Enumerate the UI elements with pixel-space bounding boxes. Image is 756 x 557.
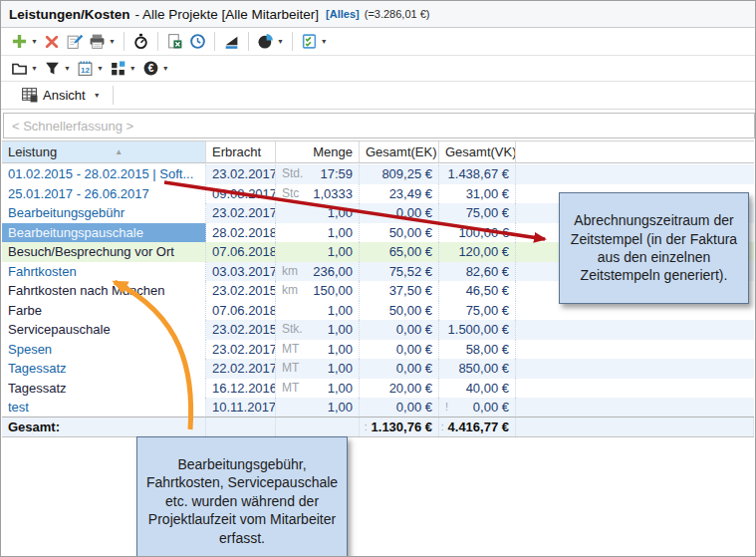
table-row[interactable]: 01.02.2015 - 28.02.2015 | Soft...23.02.2… — [2, 164, 754, 184]
chevron-down-icon[interactable]: ▼ — [277, 38, 284, 45]
chevron-down-icon[interactable]: ▼ — [97, 65, 104, 72]
cell-gesamt-vk: 850,00 € — [439, 359, 516, 379]
clock-icon — [189, 33, 206, 50]
unit-label: km — [282, 262, 298, 282]
chevron-down-icon[interactable]: ▼ — [321, 38, 328, 45]
cell-erbracht: 28.02.2018 — [206, 223, 276, 243]
cell-leistung: 25.01.2017 - 26.06.2017 — [2, 184, 206, 204]
unit-label: MT — [282, 359, 299, 379]
svg-text:€: € — [147, 63, 153, 74]
excel-export-button[interactable] — [163, 30, 186, 54]
delete-button[interactable] — [41, 30, 63, 54]
edit-icon — [66, 33, 83, 50]
cell-leistung: Fahrtkosten nach München — [2, 281, 206, 301]
cell-menge: MT1,00 — [276, 340, 360, 360]
pie-chart-button[interactable]: ▼ — [254, 30, 287, 54]
title-total-amount: (=3.286,01 €) — [365, 8, 430, 20]
toolbar-separator — [248, 32, 249, 51]
unit-label: km — [282, 281, 298, 301]
chevron-down-icon[interactable]: ▼ — [109, 38, 116, 45]
cell-gesamt-ek: 0,00 € — [360, 340, 439, 360]
cell-gesamt-vk: 82,60 € — [439, 262, 516, 282]
cell-gesamt-vk: 31,00 € — [439, 184, 516, 204]
title-bar: Leistungen/Kosten - Alle Projekte [Alle … — [1, 1, 755, 28]
svg-text:12: 12 — [81, 66, 90, 75]
table-row[interactable]: test10.11.20171,000,00 €!0,00 € — [2, 398, 754, 418]
cell-leistung: test — [2, 398, 206, 418]
add-button[interactable]: ▼ — [8, 30, 41, 54]
folder-icon — [11, 60, 28, 77]
cell-leistung: 01.02.2015 - 28.02.2015 | Soft... — [2, 164, 206, 184]
cell-gesamt-ek: 809,25 € — [360, 164, 439, 184]
cell-menge: MT1,00 — [276, 359, 360, 379]
print-button[interactable]: ▼ — [86, 30, 119, 54]
unit-label: Std. — [282, 164, 303, 184]
cell-erbracht: 10.11.2017 — [206, 398, 276, 418]
euro-button[interactable]: € ▼ — [139, 57, 172, 81]
column-header-menge[interactable]: Menge — [276, 141, 360, 162]
folder-button[interactable]: ▼ — [8, 57, 41, 81]
chart-icon — [223, 33, 240, 50]
callout-recorded-costs: Bearbeitungsgebühr, Fahrtkosten, Service… — [136, 436, 348, 557]
layout-squares-button[interactable]: ▼ — [107, 57, 139, 81]
task-list-button[interactable]: ▼ — [298, 30, 331, 54]
chevron-down-icon[interactable]: ▼ — [94, 92, 101, 99]
cell-gesamt-ek: 0,00 € — [360, 320, 439, 340]
unit-label: Stk. — [282, 320, 303, 340]
table-row[interactable]: Servicepauschale23.02.2015Stk.1,000,00 €… — [2, 320, 754, 340]
table-row[interactable]: Spesen23.02.2017MT1,000,00 €58,00 € — [2, 340, 754, 360]
layout-squares-icon — [110, 60, 126, 77]
delete-icon — [44, 34, 60, 50]
column-header-filler — [516, 141, 754, 162]
chart-button[interactable] — [220, 30, 243, 54]
table-row[interactable]: Tagessatz16.12.2016MT1,0020,00 €40,00 € — [2, 379, 754, 399]
cell-menge: 1,00 — [276, 242, 360, 262]
cell-erbracht: 07.06.2018 — [206, 301, 276, 321]
view-button[interactable]: Ansicht ▼ — [14, 84, 108, 108]
cell-erbracht: 23.02.2015 — [206, 281, 276, 301]
cell-erbracht: 16.12.2016 — [206, 379, 276, 399]
totals-ek: : 1.130,76 € — [360, 418, 439, 436]
cell-menge: km150,00 — [276, 281, 360, 301]
calendar-button[interactable]: 12 ▼ — [74, 57, 107, 81]
chevron-down-icon[interactable]: ▼ — [64, 65, 71, 72]
cell-gesamt-vk: 1.438,67 € — [439, 164, 516, 184]
cell-erbracht: 22.02.2017 — [206, 359, 276, 379]
pie-chart-icon — [257, 33, 274, 50]
cell-menge: Std.17:59 — [276, 164, 360, 184]
edit-button[interactable] — [63, 30, 86, 54]
euro-icon: € — [142, 60, 159, 77]
cell-gesamt-ek: 37,50 € — [360, 281, 439, 301]
column-header-leistung[interactable]: Leistung ▲ — [2, 141, 206, 162]
toolbar-separator — [157, 32, 158, 51]
cell-erbracht: 03.03.2017 — [206, 262, 276, 282]
table-row[interactable]: Tagessatz22.02.2017MT1,000,00 €850,00 € — [2, 359, 754, 379]
toolbar-filters: ▼ ▼ 12 ▼ ▼ € ▼ — [1, 56, 755, 82]
chevron-down-icon[interactable]: ▼ — [31, 38, 38, 45]
column-header-erbracht[interactable]: Erbracht — [206, 141, 276, 162]
cell-menge: MT1,00 — [276, 379, 360, 399]
cell-gesamt-vk: 100,00 € — [439, 223, 516, 243]
chevron-down-icon[interactable]: ▼ — [31, 65, 38, 72]
filter-button[interactable]: ▼ — [41, 57, 74, 81]
totals-label: Gesamt: — [2, 418, 206, 436]
unit-label: Stc — [282, 184, 299, 204]
cell-gesamt-vk: 120,00 € — [439, 242, 516, 262]
cell-erbracht: 09.08.2017 — [206, 184, 276, 204]
timer-button[interactable] — [129, 30, 152, 54]
clock-button[interactable] — [186, 30, 209, 54]
cell-leistung: Tagessatz — [2, 379, 206, 399]
sum-marker: : — [441, 418, 444, 436]
cell-gesamt-ek: 0,00 € — [360, 359, 439, 379]
column-header-gesamt-vk[interactable]: Gesamt(VK) — [439, 141, 516, 162]
cell-leistung: Spesen — [2, 340, 206, 360]
table-view-icon — [21, 86, 38, 106]
column-header-gesamt-ek[interactable]: Gesamt(EK) — [360, 141, 439, 162]
cell-gesamt-vk: 58,00 € — [439, 340, 516, 360]
totals-vk: : 4.416,77 € — [439, 418, 516, 436]
cell-gesamt-ek: 20,00 € — [360, 379, 439, 399]
page-title: Leistungen/Kosten — [9, 7, 130, 22]
chevron-down-icon[interactable]: ▼ — [162, 65, 169, 72]
quick-entry-input[interactable] — [3, 113, 755, 139]
chevron-down-icon[interactable]: ▼ — [129, 65, 136, 72]
